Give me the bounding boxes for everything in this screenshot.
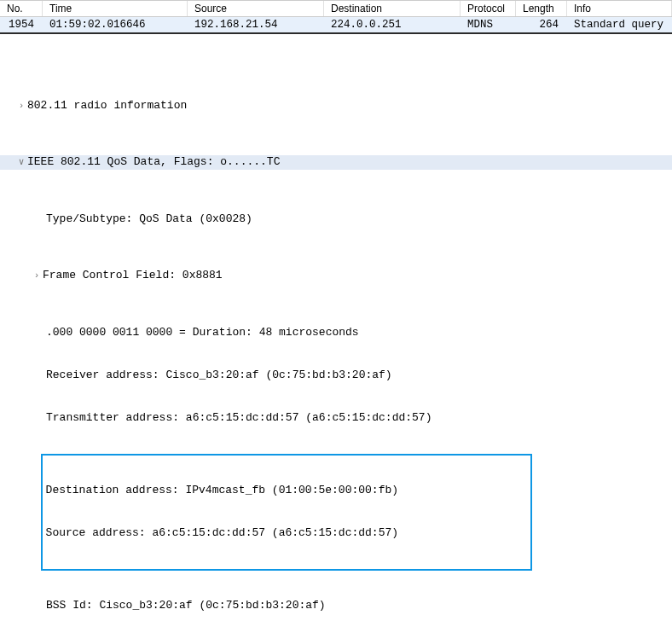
packet-details-tree: › 802.11 radio information ∨ IEEE 802.11… — [0, 56, 672, 621]
chevron-right-icon[interactable]: › — [31, 270, 43, 281]
tree-radio-info[interactable]: › 802.11 radio information — [0, 99, 672, 113]
tree-receiver[interactable]: Receiver address: Cisco_b3:20:af (0c:75:… — [0, 369, 672, 383]
tree-duration[interactable]: .000 0000 0011 0000 = Duration: 48 micro… — [0, 326, 672, 340]
cell-length: 264 — [516, 18, 567, 32]
col-header-time[interactable]: Time — [43, 1, 188, 16]
col-header-info[interactable]: Info — [567, 1, 672, 16]
tree-bss-id[interactable]: BSS Id: Cisco_b3:20:af (0c:75:bd:b3:20:a… — [0, 599, 672, 613]
col-header-protocol[interactable]: Protocol — [461, 1, 516, 16]
packet-list-separator — [0, 32, 672, 34]
tree-ieee-80211[interactable]: ∨ IEEE 802.11 QoS Data, Flags: o......TC — [0, 155, 672, 170]
col-header-no[interactable]: No. — [0, 1, 43, 16]
packet-list-header: No. Time Source Destination Protocol Len… — [0, 0, 672, 17]
tree-frame-control[interactable]: › Frame Control Field: 0x8881 — [0, 269, 672, 283]
cell-source: 192.168.21.54 — [188, 18, 324, 32]
col-header-dest[interactable]: Destination — [324, 1, 461, 16]
tree-dest-addr[interactable]: Destination address: IPv4mcast_fb (01:00… — [43, 484, 527, 498]
chevron-right-icon[interactable]: › — [15, 100, 27, 112]
radio-label: 802.11 radio information — [27, 99, 187, 113]
col-header-source[interactable]: Source — [188, 1, 324, 16]
tree-transmitter[interactable]: Transmitter address: a6:c5:15:dc:dd:57 (… — [0, 411, 672, 426]
cell-time: 01:59:02.016646 — [43, 18, 188, 32]
cell-no: 1954 — [0, 18, 43, 32]
tree-src-addr[interactable]: Source address: a6:c5:15:dc:dd:57 (a6:c5… — [43, 526, 527, 541]
col-header-length[interactable]: Length — [516, 1, 567, 16]
chevron-down-icon[interactable]: ∨ — [15, 156, 27, 168]
cell-protocol: MDNS — [461, 18, 516, 32]
highlight-addresses: Destination address: IPv4mcast_fb (01:00… — [41, 454, 532, 571]
packet-row[interactable]: 1954 01:59:02.016646 192.168.21.54 224.0… — [0, 17, 672, 32]
cell-info: Standard query — [567, 18, 672, 32]
tree-type-subtype[interactable]: Type/Subtype: QoS Data (0x0028) — [0, 212, 672, 227]
ieee-label: IEEE 802.11 QoS Data, Flags: o......TC — [27, 155, 280, 170]
cell-dest: 224.0.0.251 — [324, 18, 461, 32]
